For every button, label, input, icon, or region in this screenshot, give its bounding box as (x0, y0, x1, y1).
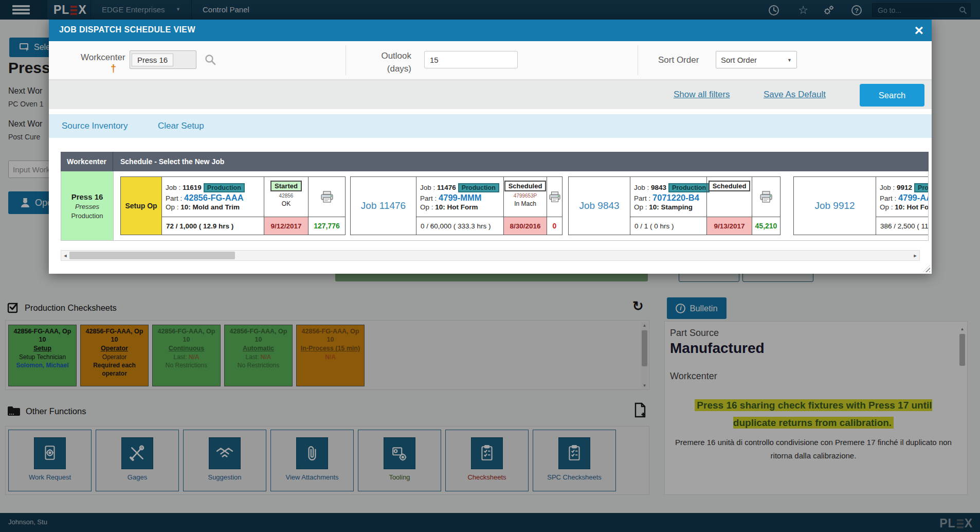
production-badge: Production (914, 183, 928, 192)
show-all-filters-link[interactable]: Show all filters (674, 80, 730, 109)
setup-op-cell: Setup Op (121, 177, 162, 235)
scrollbar-thumb[interactable] (69, 252, 235, 259)
scroll-left-icon[interactable]: ◄ (61, 253, 69, 258)
sort-order-select[interactable]: Sort Order ▼ (716, 51, 797, 68)
due-date: 9/12/2017 (264, 217, 308, 235)
due-date: 8/30/2016 (503, 217, 547, 235)
workcenter-type: Production (71, 212, 103, 220)
status-badge: Scheduled (709, 181, 751, 191)
save-as-default-link[interactable]: Save As Default (764, 80, 826, 109)
quantity-progress: 0 / 60,000 ( 333.3 hrs ) (416, 217, 503, 235)
sort-order-value: Sort Order (721, 56, 757, 64)
filter-row: Workcenter † Press 16 Outlook (days) Sor… (49, 41, 932, 80)
workcenter-filter-value: Press 16 (132, 54, 173, 66)
header-schedule: Schedule - Select the New Job (113, 152, 929, 171)
workcenter-label: Workcenter (81, 52, 125, 63)
job-dispatch-modal: JOB DISPATCH SCHEDULE VIEW × Workcenter … (49, 20, 932, 274)
part-link[interactable]: 42856-FG-AAA (184, 193, 244, 202)
inventory-count: 45,210 (752, 217, 780, 235)
part-link[interactable]: 4799-AAA (898, 193, 928, 202)
quantity-progress: 72 / 1,000 ( 12.9 hrs ) (162, 217, 264, 235)
source-inventory-link[interactable]: Source Inventory (62, 114, 128, 138)
production-badge: Production (204, 183, 245, 192)
part-link[interactable]: 4799-MMM (439, 193, 481, 202)
workcenter-cell[interactable]: Press 16 Presses Production (61, 171, 113, 240)
job-card-9843[interactable]: Job 9843 Job : 9843Production Part : 707… (568, 176, 781, 235)
inventory-count: 0 (547, 217, 562, 235)
close-icon[interactable]: × (914, 21, 923, 40)
status-cell: Started 42856 OK (264, 177, 308, 217)
chevron-down-icon: ▼ (787, 58, 792, 63)
schedule-cell: Setup Op Job : 11619Production Part : 42… (113, 171, 928, 240)
inventory-count: 127,776 (308, 217, 345, 235)
modal-header: JOB DISPATCH SCHEDULE VIEW × (49, 20, 932, 41)
due-date: 9/13/2017 (706, 217, 752, 235)
quantity-progress: 386 / 2,500 ( 11.7 hrs ) (876, 217, 928, 235)
status-cell: Scheduled (706, 177, 752, 217)
status-sub: 42856 (279, 193, 294, 199)
production-badge: Production (458, 183, 499, 192)
required-marker: † (111, 63, 116, 75)
outlook-days-input[interactable] (424, 51, 518, 68)
modal-resize-handle[interactable] (923, 265, 930, 272)
outlook-label: Outlook (days) (339, 49, 411, 75)
print-button[interactable] (752, 177, 780, 217)
status-sub: 4799653P (514, 193, 537, 199)
part-link[interactable]: 7071220-B4 (652, 193, 699, 202)
scroll-right-icon[interactable]: ► (911, 253, 919, 258)
toolbar-band: Source Inventory Clear Setup (49, 114, 932, 138)
job-link[interactable]: Job 11476 (351, 177, 416, 235)
quantity-progress: 0 / 1 ( 0 hrs ) (630, 217, 706, 235)
schedule-table: Workcenter Schedule - Select the New Job… (61, 152, 929, 241)
job-link[interactable]: Job 9843 (569, 177, 630, 235)
job-card-11619[interactable]: Setup Op Job : 11619Production Part : 42… (120, 176, 346, 235)
workcenter-name: Press 16 (71, 192, 103, 201)
status-sub: OK (282, 200, 291, 207)
status-badge: Started (270, 181, 302, 191)
workcenter-search-icon[interactable] (204, 54, 216, 66)
clear-setup-link[interactable]: Clear Setup (158, 114, 204, 138)
header-workcenter: Workcenter (61, 152, 113, 171)
status-sub: In Mach (514, 200, 536, 207)
table-row: Press 16 Presses Production Setup Op Job… (61, 171, 929, 241)
print-button[interactable] (547, 177, 562, 217)
table-horizontal-scrollbar[interactable]: ◄ ► (61, 250, 920, 261)
job-link[interactable]: Job 9912 (794, 177, 876, 235)
search-button[interactable]: Search (860, 84, 924, 107)
status-badge: Scheduled (504, 181, 547, 191)
workcenter-filter-field[interactable]: Press 16 (130, 50, 196, 69)
modal-title: JOB DISPATCH SCHEDULE VIEW (59, 25, 195, 34)
status-cell: Scheduled 4799653P In Mach (503, 177, 547, 217)
production-badge: Production (668, 183, 710, 192)
job-card-9912[interactable]: Job 9912 Job : 9912Production Part : 479… (793, 176, 928, 235)
scrollbar-track[interactable] (69, 251, 911, 260)
workcenter-group: Presses (75, 203, 99, 210)
table-header: Workcenter Schedule - Select the New Job (61, 152, 929, 171)
filter-actions-row: Show all filters Save As Default Search (49, 80, 932, 109)
print-button[interactable] (308, 177, 345, 217)
job-card-11476[interactable]: Job 11476 Job : 11476Production Part : 4… (350, 176, 562, 235)
divider (638, 45, 638, 75)
sort-order-label: Sort Order (658, 55, 699, 65)
